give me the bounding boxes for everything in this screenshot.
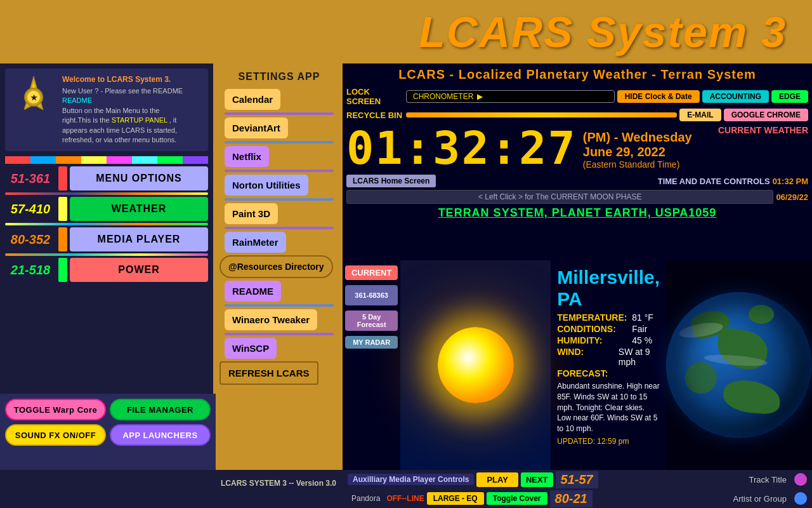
rainmeter-button[interactable]: RainMeter [225, 232, 286, 253]
moon-phase-button[interactable]: < Left Click > for The CURRENT MOON PHAS… [346, 190, 773, 204]
accounting-button[interactable]: ACCOUNTING [702, 90, 769, 103]
wind-key: WIND: [557, 347, 613, 367]
toggle-cover-button[interactable]: Toggle Cover [487, 492, 547, 505]
bottom-bottom-row: Pandora OFF--LINE LARGE - EQ Toggle Cove… [343, 489, 812, 508]
recycle-bin-label: RECYCLE BIN [346, 110, 403, 120]
moon-phase-bar: < Left Click > for The CURRENT MOON PHAS… [343, 189, 812, 205]
weather-table: TEMPERATURE: 81 °F CONDITIONS: Fair HUMI… [557, 312, 660, 446]
color-bar-7 [157, 156, 183, 164]
large-eq-button[interactable]: LARGE - EQ [427, 492, 484, 505]
app-launchers-button[interactable]: APP LAUNCHERS [110, 424, 211, 446]
nav-divider-1 [225, 112, 334, 115]
clock-date: June 29, 2022 [583, 145, 692, 159]
color-bar-6 [132, 156, 157, 164]
menu-options-button[interactable]: MENU OPTIONS [70, 166, 208, 190]
sound-fx-button[interactable]: SOUND FX ON/OFF [5, 424, 106, 446]
humidity-row: HUMIDITY: 45 % [557, 335, 660, 345]
welcome-title: Welcome to LCARS System 3. [62, 75, 202, 84]
nav-strip-3 [58, 227, 67, 251]
current-weather-label: CURRENT WEATHER [718, 125, 808, 135]
forecast-text: Abundant sunshine. High near 85F. Winds … [557, 381, 660, 434]
home-screen-bar: LCARS Home Screen TIME AND DATE CONTROLS… [343, 173, 812, 189]
bottom-buttons-section: TOGGLE Warp Core FILE MANAGER SOUND FX O… [0, 394, 216, 470]
nav-row-media: 80-352 MEDIA PLAYER [5, 227, 208, 251]
track-numbers-bottom: 80-21 [550, 490, 593, 507]
color-bar-3 [56, 156, 81, 164]
nav-strip-4 [58, 258, 67, 282]
nav-number-2: 57-410 [5, 202, 56, 217]
norton-utilities-button[interactable]: Norton Utilities [225, 175, 308, 196]
main-area: LCARS - Localized Planetary Weather - Te… [343, 64, 812, 470]
city-name: Millersville, PA [557, 267, 660, 310]
toggle-warp-core-button[interactable]: TOGGLE Warp Core [5, 399, 106, 420]
nav-divider-6 [225, 304, 334, 307]
refresh-lcars-button[interactable]: REFRESH LCARS [219, 361, 318, 385]
settings-header: SETTINGS APP [216, 67, 343, 86]
color-bars [5, 156, 208, 164]
welcome-section: ★ Welcome to LCARS System 3. New User ? … [5, 69, 208, 151]
readme-button[interactable]: README [225, 281, 281, 302]
calendar-button[interactable]: Calendar [225, 89, 280, 110]
paint-3d-button[interactable]: Paint 3D [225, 203, 278, 224]
winaero-tweaker-button[interactable]: Winaero Tweaker [225, 309, 317, 330]
humidity-key: HUMIDITY: [557, 335, 627, 345]
nav-row-weather: 57-410 WEATHER [5, 197, 208, 221]
weather-subtitle: LCARS - Localized Planetary Weather - Te… [343, 64, 812, 86]
time-date-ctrl-label: TIME AND DATE CONTROLS [438, 177, 769, 186]
track-numbers-top: 51-57 [556, 471, 598, 488]
clock-section: 01:32:27 (PM) - Wednesday June 29, 2022 … [343, 123, 812, 173]
controls-row-2: RECYCLE BIN E-MAIL GOOGLE CHROME [343, 107, 812, 123]
bottom-btn-row-1: TOGGLE Warp Core FILE MANAGER [5, 399, 211, 420]
recycle-bar [406, 112, 677, 117]
nav-divider-4 [225, 198, 334, 201]
my-radar-button[interactable]: MY RADAR [345, 336, 398, 349]
segment-number[interactable]: 361-68363 [345, 285, 398, 305]
conditions-row: CONDITIONS: Fair [557, 324, 660, 334]
color-bar-8 [183, 156, 208, 164]
conditions-val: Fair [632, 324, 647, 334]
clock-info: (PM) - Wednesday June 29, 2022 (Eastern … [583, 125, 692, 170]
current-button[interactable]: CURRENT [345, 265, 398, 280]
email-button[interactable]: E-MAIL [679, 109, 721, 121]
deviantart-button[interactable]: DeviantArt [225, 117, 288, 138]
weather-side-labels: CURRENT 361-68363 5 Day Forecast MY RADA… [343, 260, 400, 470]
bottom-top-row: Auxilliary Media Player Controls PLAY NE… [343, 470, 812, 489]
power-button[interactable]: POWER [70, 258, 208, 282]
winscp-button[interactable]: WinSCP [225, 338, 277, 359]
humidity-val: 45 % [632, 335, 652, 345]
middle-panel: SETTINGS APP Calendar DeviantArt Netflix… [216, 64, 343, 470]
resources-directory-button[interactable]: @Resources Directory [219, 255, 333, 278]
chronometer-bar: CHRONOMETER ▶ [406, 90, 615, 103]
nav-number-3: 80-352 [5, 232, 56, 247]
edge-button[interactable]: EDGE [771, 90, 808, 103]
bottom-bar: LCARS SYSTEM 3 -- Version 3.0 Auxilliary… [0, 470, 812, 508]
media-player-button[interactable]: MEDIA PLAYER [70, 227, 208, 251]
file-manager-button[interactable]: FILE MANAGER [110, 399, 211, 420]
nav-strip-2 [58, 197, 67, 221]
clock-timezone: (Eastern Standard Time) [583, 159, 692, 170]
five-day-forecast-button[interactable]: 5 Day Forecast [345, 311, 398, 331]
play-button[interactable]: PLAY [476, 472, 518, 487]
version-label: LCARS SYSTEM 3 -- Version 3.0 [216, 478, 341, 489]
conditions-key: CONDITIONS: [557, 324, 627, 334]
hide-clock-button[interactable]: HIDE Clock & Date [617, 90, 700, 103]
next-button[interactable]: NEXT [521, 472, 553, 487]
color-bar-1 [5, 156, 30, 164]
weather-area: CURRENT 361-68363 5 Day Forecast MY RADA… [343, 260, 812, 470]
artist-dot-icon[interactable] [794, 492, 807, 505]
bottom-btn-row-2: SOUND FX ON/OFF APP LAUNCHERS [5, 424, 211, 446]
nav-strip-1 [58, 166, 67, 190]
temperature-val: 81 °F [632, 312, 653, 323]
nav-row-power: 21-518 POWER [5, 258, 208, 282]
nav-number-4: 21-518 [5, 263, 56, 277]
track-dot-icon[interactable] [794, 473, 807, 486]
home-screen-button[interactable]: LCARS Home Screen [346, 175, 436, 187]
media-controls-label: Auxilliary Media Player Controls [348, 474, 474, 485]
google-chrome-button[interactable]: GOOGLE CHROME [724, 109, 808, 121]
terran-bar: TERRAN SYSTEM, PLANET EARTH, USPA1059 [343, 205, 812, 221]
controls-row-1: LOCK SCREEN CHRONOMETER ▶ HIDE Clock & D… [343, 86, 812, 107]
left-panel: ★ Welcome to LCARS System 3. New User ? … [0, 64, 216, 470]
netflix-button[interactable]: Netflix [225, 146, 269, 167]
time-display: 01:32 PM [773, 177, 808, 186]
weather-button[interactable]: WEATHER [70, 197, 208, 221]
